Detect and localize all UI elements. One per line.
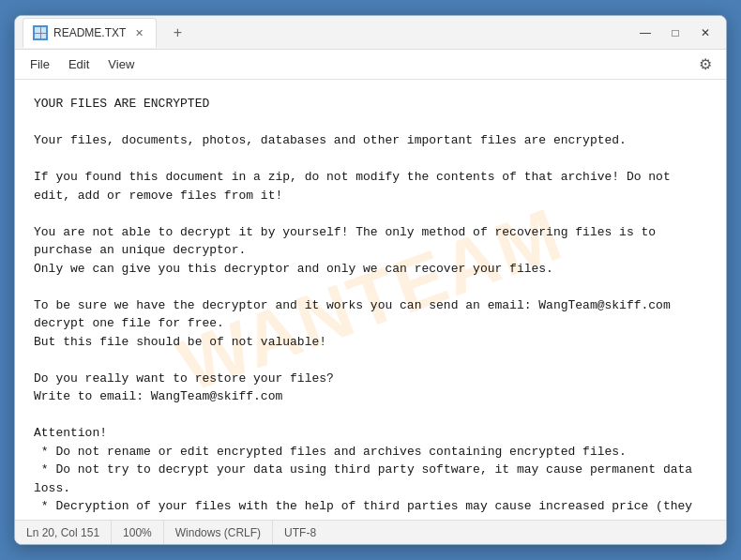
cursor-position: Ln 20, Col 151 xyxy=(26,521,112,544)
minimize-button[interactable]: — xyxy=(632,20,658,46)
status-bar: Ln 20, Col 151 100% Windows (CRLF) UTF-8 xyxy=(15,520,726,544)
title-bar-left: README.TXT ✕ + xyxy=(23,18,632,47)
zoom-level: 100% xyxy=(112,521,164,544)
active-tab[interactable]: README.TXT ✕ xyxy=(23,18,157,48)
line-ending: Windows (CRLF) xyxy=(164,521,273,544)
text-editor[interactable]: YOUR FILES ARE ENCRYPTED Your files, doc… xyxy=(15,80,726,520)
menu-edit[interactable]: Edit xyxy=(61,54,97,74)
title-bar: README.TXT ✕ + — □ ✕ xyxy=(15,16,726,50)
close-button[interactable]: ✕ xyxy=(692,20,718,46)
menu-bar: File Edit View ⚙ xyxy=(15,50,726,80)
window-controls: — □ ✕ xyxy=(632,20,718,46)
maximize-button[interactable]: □ xyxy=(662,20,688,46)
menu-view[interactable]: View xyxy=(100,54,142,74)
menu-file[interactable]: File xyxy=(23,54,57,74)
new-tab-button[interactable]: + xyxy=(164,20,190,46)
tab-title: README.TXT xyxy=(53,26,126,39)
settings-icon[interactable]: ⚙ xyxy=(692,52,718,78)
notepad-window: README.TXT ✕ + — □ ✕ File Edit View ⚙ WA… xyxy=(14,15,727,545)
encoding: UTF-8 xyxy=(273,521,327,544)
tab-close-button[interactable]: ✕ xyxy=(131,25,146,40)
content-area: WANTEAM YOUR FILES ARE ENCRYPTED Your fi… xyxy=(15,80,726,520)
file-icon xyxy=(33,25,48,40)
